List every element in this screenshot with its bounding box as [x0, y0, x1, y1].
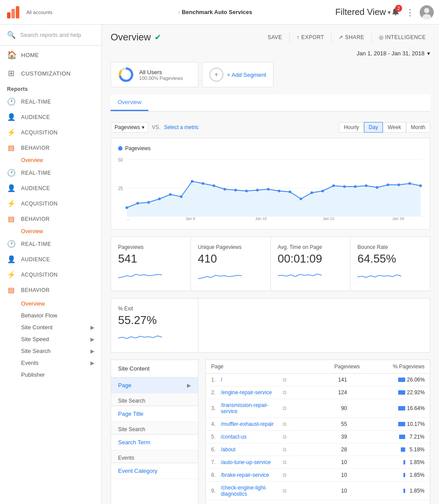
site-content-item-event-category[interactable]: Event Category [111, 463, 198, 479]
sidebar-item-realtime-2[interactable]: 🕐 REAL-TIME [0, 165, 101, 180]
month-button[interactable]: Month [406, 122, 430, 133]
realtime-icon-2: 🕐 [7, 169, 16, 177]
behavior-subnav: Overview Behavior Flow Site Content ▶ Si… [0, 298, 101, 381]
row-page-link[interactable]: /auto-tune-up-service [221, 459, 281, 465]
metric-dropdown[interactable]: Pageviews ▾ [111, 122, 148, 133]
behavior-icon-3: ▤ [7, 286, 16, 294]
col-header-page: Page [211, 364, 310, 370]
sidebar-item-audience-2[interactable]: 👤 AUDIENCE [0, 180, 101, 196]
user-avatar[interactable] [420, 5, 434, 19]
svg-text:25: 25 [118, 186, 123, 191]
sidebar-item-audience-1[interactable]: 👤 AUDIENCE [0, 109, 101, 125]
export-button[interactable]: ↑ EXPORT [292, 32, 329, 43]
header-divider-2 [331, 32, 331, 43]
row-page-link[interactable]: / [221, 377, 281, 383]
row-page-link[interactable]: /check-engine-light-diagnostics [221, 485, 281, 497]
row-page-link[interactable]: /transmission-repair-service [221, 402, 281, 414]
row-copy-icon[interactable]: ⧉ [283, 472, 287, 478]
svg-point-21 [191, 180, 194, 183]
intelligence-button[interactable]: ◎ INTELLIGENCE [374, 32, 430, 43]
sidebar-item-behavior-3[interactable]: ▤ BEHAVIOR [0, 282, 101, 298]
sidebar-item-acquisition-2[interactable]: ⚡ ACQUISITION [0, 196, 101, 211]
tab-overview[interactable]: Overview [111, 94, 148, 111]
sidebar-item-acquisition-1[interactable]: ⚡ ACQUISITION [0, 125, 101, 140]
sidebar-item-behavior-1[interactable]: ▤ BEHAVIOR [0, 140, 101, 155]
row-num: 1. [211, 377, 218, 383]
more-options-button[interactable]: ⋮ [406, 7, 414, 18]
svg-point-17 [147, 201, 150, 204]
row-page-link[interactable]: /about [221, 446, 281, 453]
row-copy-icon[interactable]: ⧉ [283, 434, 287, 440]
realtime-icon-1: 🕐 [7, 97, 16, 106]
site-content-item-page-title[interactable]: Page Title [111, 406, 198, 422]
legend-dot [118, 146, 122, 151]
svg-point-25 [234, 189, 237, 191]
metric-card-exit: % Exit 55.27% [111, 298, 198, 353]
sidebar-item-behavior-2[interactable]: ▤ BEHAVIOR [0, 211, 101, 227]
notifications-button[interactable]: 2 [391, 7, 400, 18]
view-title[interactable]: Filtered View ▾ [335, 7, 391, 17]
row-copy-icon[interactable]: ⧉ [283, 488, 287, 494]
row-page-link[interactable]: /brake-repair-service [221, 472, 281, 478]
subnav-behavior-flow[interactable]: Behavior Flow [21, 310, 101, 321]
svg-point-31 [299, 198, 302, 200]
week-button[interactable]: Week [383, 122, 406, 133]
search-icon: 🔍 [7, 31, 16, 39]
date-range-button[interactable]: Jan 1, 2018 - Jan 31, 2018 ▾ [356, 50, 430, 57]
subnav-overview[interactable]: Overview [21, 298, 101, 310]
sidebar-item-customization[interactable]: ⊞ CUSTOMIZATION [0, 64, 101, 83]
sidebar-item-home[interactable]: 🏠 HOME [0, 46, 101, 64]
svg-point-36 [354, 185, 356, 188]
row-copy-icon[interactable]: ⧉ [283, 377, 287, 383]
main-content: Overview ✔ SAVE ↑ EXPORT ↗ SHARE ◎ INT [102, 25, 439, 504]
time-period-buttons: Hourly Day Week Month [339, 122, 430, 133]
subnav-publisher[interactable]: Publisher [21, 369, 101, 381]
google-analytics-logo [5, 4, 21, 20]
row-page-link[interactable]: /engine-repair-service [221, 389, 281, 396]
row-pct: 26.06% [352, 377, 425, 383]
subnav-site-speed[interactable]: Site Speed ▶ [21, 333, 101, 345]
overview-label-2: Overview [0, 227, 101, 236]
site-content-item-search-term[interactable]: Search Term [111, 435, 198, 450]
save-button[interactable]: SAVE [263, 32, 287, 43]
sidebar-item-audience-3[interactable]: 👤 AUDIENCE [0, 252, 101, 267]
add-segment-button[interactable]: + + Add Segment [202, 62, 273, 87]
row-copy-icon[interactable]: ⧉ [283, 421, 287, 427]
segment-donut-chart [118, 67, 134, 83]
sidebar-item-realtime-1[interactable]: 🕐 REAL-TIME [0, 94, 101, 109]
row-pct: 10.17% [352, 421, 425, 427]
row-page-link[interactable]: /muffler-exhaust-repair [221, 421, 281, 427]
row-copy-icon[interactable]: ⧉ [283, 459, 287, 465]
row-page-link[interactable]: /contact-us [221, 434, 281, 440]
top-bar: All accounts › Benchmark Auto Services F… [0, 0, 439, 25]
sidebar-item-realtime-3[interactable]: 🕐 REAL-TIME [0, 236, 101, 252]
share-button[interactable]: ↗ SHARE [334, 32, 368, 43]
site-content-item-page[interactable]: Page ▶ [111, 378, 198, 393]
add-segment-circle: + [209, 68, 223, 82]
select-metric-link[interactable]: Select a metric [164, 124, 198, 130]
subnav-events[interactable]: Events ▶ [21, 357, 101, 369]
pageviews-label: Pageviews [118, 244, 184, 250]
hourly-button[interactable]: Hourly [339, 122, 364, 133]
date-range-selector[interactable]: Jan 1, 2018 - Jan 31, 2018 ▾ [111, 50, 430, 57]
row-pageviews: 141 [287, 377, 352, 383]
svg-rect-2 [16, 6, 19, 18]
view-dropdown-arrow[interactable]: ▾ [388, 9, 391, 16]
subnav-site-search[interactable]: Site Search ▶ [21, 345, 101, 357]
segment-section: All Users 100.00% Pageviews + + Add Segm… [111, 62, 430, 87]
row-num: 3. [211, 405, 218, 411]
svg-text:Jan 15: Jan 15 [255, 216, 267, 221]
sidebar-item-acquisition-3[interactable]: ⚡ ACQUISITION [0, 267, 101, 282]
site-content-menu: Site Content Page ▶ Site Search Page Tit… [111, 360, 198, 504]
intelligence-icon: ◎ [379, 34, 384, 40]
row-copy-icon[interactable]: ⧉ [283, 405, 287, 411]
search-input[interactable] [20, 32, 94, 38]
metric-selected-label: Pageviews [115, 124, 140, 130]
row-copy-icon[interactable]: ⧉ [283, 389, 287, 396]
svg-point-32 [310, 191, 313, 194]
day-button[interactable]: Day [364, 122, 383, 133]
reports-section-label: Reports [0, 83, 101, 94]
row-copy-icon[interactable]: ⧉ [283, 446, 287, 453]
subnav-site-content[interactable]: Site Content ▶ [21, 321, 101, 333]
metric-controls: Pageviews ▾ VS. Select a metric Hourly D… [111, 119, 430, 136]
